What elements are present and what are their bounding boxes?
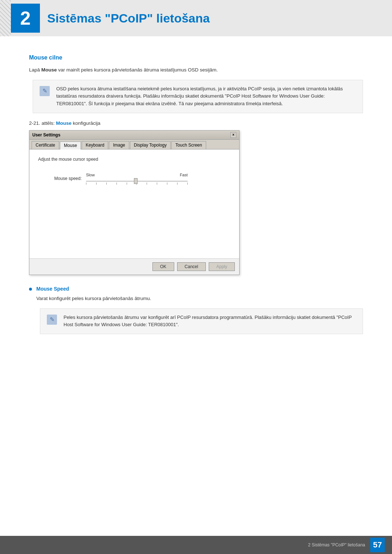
figure-caption-prefix: 2-21. attēls: [29, 120, 56, 126]
note-icon-2 [47, 315, 58, 326]
slider-tick [86, 182, 86, 185]
slider-thumb[interactable] [134, 178, 138, 184]
bullet-dot [29, 288, 32, 291]
note-text-1: OSD peles kursora ātruma iestatīšana nei… [56, 85, 356, 108]
tab-certificate[interactable]: Certificate [32, 141, 59, 149]
slider-fast-label: Fast [180, 173, 188, 177]
tab-mouse[interactable]: Mouse [60, 141, 81, 149]
bullet-heading: Mouse Speed [36, 286, 363, 292]
dialog-body: Adjust the mouse cursor speed Mouse spee… [29, 149, 239, 258]
slider-tick [96, 182, 97, 185]
figure-caption-highlight: Mouse [56, 120, 72, 126]
slider-tick [177, 182, 177, 185]
chapter-number-box: 2 [11, 4, 40, 33]
ok-button[interactable]: OK [152, 262, 174, 271]
note-icon-img-1 [40, 86, 50, 96]
slider-label: Mouse speed: [49, 176, 82, 181]
bullet-content: Mouse Speed Varat konfigurēt peles kurso… [36, 286, 363, 341]
slider-tick [167, 182, 167, 185]
bullet-section: Mouse Speed Varat konfigurēt peles kurso… [29, 286, 363, 341]
slider-slow-label: Slow [86, 173, 95, 177]
dialog-body-label: Adjust the mouse cursor speed [38, 157, 230, 162]
cancel-button[interactable]: Cancel [177, 262, 206, 271]
slider-tick [127, 182, 127, 185]
bullet-text: Varat konfigurēt peles kursora pārvietoš… [36, 295, 363, 303]
slider-tick [157, 182, 157, 185]
slider-tick [187, 182, 188, 185]
intro-highlight: Mouse [41, 67, 57, 73]
intro-text-after: var mainīt peles kursora pārvietošanās ā… [57, 67, 218, 73]
slider-tick [106, 182, 107, 185]
slider-track[interactable] [86, 181, 188, 182]
dialog-tabs: Certificate Mouse Keyboard Image Display… [29, 140, 239, 149]
intro-text-before: Lapā [29, 67, 41, 73]
note-box-1: OSD peles kursora ātruma iestatīšana nei… [33, 80, 363, 113]
footer-text: 2 Sistēmas "PCoIP" lietošana [308, 542, 365, 547]
tab-display-topology[interactable]: Display Topology [130, 141, 171, 149]
footer-page-number: 57 [370, 538, 385, 552]
slider-container: Slow Fast [86, 173, 188, 185]
figure-caption: 2-21. attēls: Mouse konfigurācija [29, 120, 363, 126]
intro-paragraph: Lapā Mouse var mainīt peles kursora pārv… [29, 66, 363, 74]
slider-tick [117, 182, 117, 185]
tab-keyboard[interactable]: Keyboard [82, 141, 108, 149]
note-icon-1 [40, 86, 51, 98]
tab-touch-screen[interactable]: Touch Screen [171, 141, 206, 149]
note-icon-img-2 [47, 315, 57, 325]
slider-row: Mouse speed: Slow Fast [49, 173, 230, 185]
chapter-title: Sistēmas "PCoIP" lietošana [47, 11, 210, 25]
chapter-number: 2 [20, 9, 31, 28]
slider-tick [147, 182, 147, 185]
dialog-title: User Settings [32, 132, 60, 138]
section-heading: Mouse cilne [29, 54, 363, 61]
dialog-close-button[interactable]: × [230, 132, 236, 138]
main-content: Mouse cilne Lapā Mouse var mainīt peles … [0, 36, 392, 389]
dialog-footer: OK Cancel Apply [29, 258, 239, 275]
dialog-window: User Settings × Certificate Mouse Keyboa… [29, 130, 240, 275]
chapter-banner: 2 Sistēmas "PCoIP" lietošana [0, 0, 392, 36]
figure-caption-suffix: konfigurācija [72, 120, 101, 126]
note-text-2: Peles kursora pārvietošanās ātrumu var k… [64, 314, 356, 329]
note-box-2: Peles kursora pārvietošanās ātrumu var k… [40, 308, 363, 335]
page-footer: 2 Sistēmas "PCoIP" lietošana 57 [0, 536, 392, 554]
slider-speed-labels: Slow Fast [86, 173, 188, 177]
tab-image[interactable]: Image [109, 141, 129, 149]
slider-track-container[interactable] [86, 178, 188, 185]
dialog-titlebar: User Settings × [29, 131, 239, 140]
apply-button[interactable]: Apply [209, 262, 235, 271]
